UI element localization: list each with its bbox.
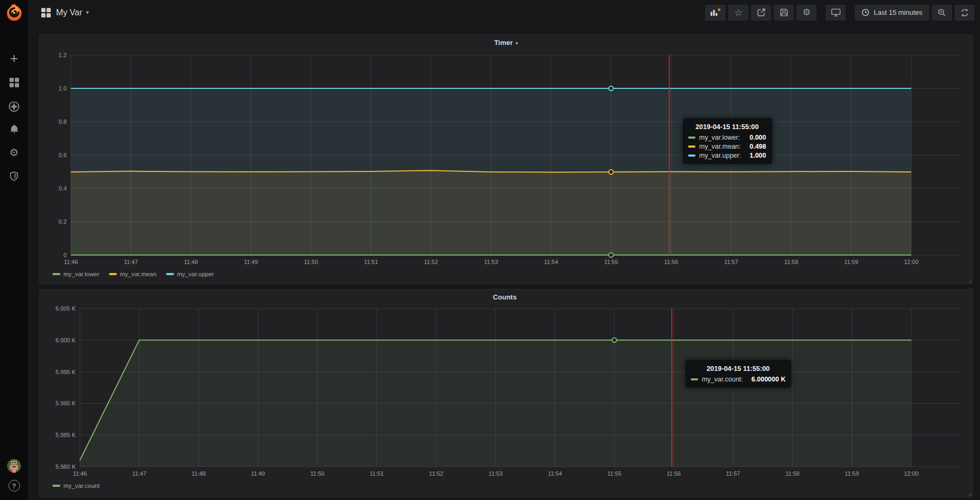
tooltip-timestamp: 2019-04-15 11:55:00 [691,365,785,372]
dashboards-icon[interactable] [0,73,28,92]
refresh-button[interactable] [955,5,975,21]
y-axis-label: 5.985 K [56,432,76,438]
x-axis-label: 12:00 [904,470,919,477]
add-icon[interactable]: + [0,49,28,68]
y-axis-label: 0.4 [59,185,67,192]
help-icon[interactable]: ? [0,476,28,495]
explore-compass-icon[interactable] [0,97,28,116]
x-axis-label: 11:57 [726,470,740,477]
x-axis-label: 11:52 [424,259,438,265]
legend-color-dash [109,273,117,275]
save-button[interactable] [774,5,794,21]
legend-color-dash [52,273,60,275]
panel-counts: Counts 6.005 K6.000 K5.995 K5.990 K5.985… [39,289,973,497]
star-icon: ☆ [734,8,743,17]
zoom-out-button[interactable] [932,5,952,21]
x-axis-label: 11:58 [785,470,800,477]
hover-point-my_var.mean [609,170,613,175]
user-avatar[interactable] [0,456,28,475]
tooltip-row: my_var.count:6.000000 K [691,376,785,383]
y-axis-label: 5.990 K [56,400,76,406]
alerting-bell-icon[interactable] [0,120,28,139]
x-axis-label: 11:59 [844,259,858,265]
time-range-picker[interactable]: Last 15 minutes [855,5,929,21]
x-axis-label: 11:47 [124,259,138,265]
x-axis-label: 11:56 [664,259,679,265]
x-axis-label: 11:58 [784,259,799,265]
chart-svg: 6.005 K6.000 K5.995 K5.990 K5.985 K5.980… [40,289,974,498]
x-axis-label: 11:56 [667,470,681,477]
x-axis-label: 11:46 [64,259,78,265]
hover-point-my_var.lower [609,253,613,258]
grafana-dashboard: + ⚙ [0,0,980,500]
y-axis-label: 6.005 K [56,305,76,312]
x-axis-label: 11:52 [429,470,443,477]
legend-item[interactable]: my_var.upper [166,271,214,277]
x-axis-label: 11:57 [724,259,738,265]
x-axis-label: 11:55 [607,470,621,477]
x-axis-label: 11:54 [548,470,562,477]
share-button[interactable] [751,5,771,21]
legend-item[interactable]: my_var.lower [52,271,99,277]
legend-label: my_var.mean [120,271,157,277]
tooltip-series-label: my_var.mean: [699,143,741,150]
legend-label: my_var.upper [177,271,214,277]
tooltip-series-value: 0.498 [741,143,766,150]
navbar: My Var ▾ ☆ [28,0,980,25]
timer-chart-area[interactable]: 1.21.00.80.60.40.2011:4611:4711:4811:491… [40,35,973,284]
tooltip-series-value: 6.000000 K [743,376,786,383]
tooltip-row: my_var.upper:1.000 [688,152,766,159]
refresh-icon [960,8,969,17]
avatar-icon [7,459,21,473]
y-axis-label: 5.980 K [56,463,76,470]
tooltip-series-value: 1.000 [741,152,766,159]
add-panel-button[interactable] [705,5,726,21]
legend-color-dash [166,273,174,275]
flame-icon [5,3,24,22]
timer-legend: my_var.lowermy_var.meanmy_var.upper [52,271,214,277]
y-axis-label: 0.2 [59,219,67,225]
y-axis-label: 1.0 [59,85,67,92]
counts-chart-area[interactable]: 6.005 K6.000 K5.995 K5.990 K5.985 K5.980… [40,289,973,497]
x-axis-label: 11:49 [244,259,258,265]
y-axis-label: 0.6 [59,152,67,158]
panel-counts-title[interactable]: Counts [40,293,973,301]
y-axis-label: 5.995 K [56,369,76,375]
y-axis-label: 0 [63,252,67,258]
x-axis-label: 11:53 [489,470,503,477]
tooltip-series-dash [691,378,698,380]
x-axis-label: 11:47 [132,470,146,477]
dashboard-title-dropdown[interactable]: My Var ▾ [56,8,89,17]
time-range-label: Last 15 minutes [874,8,922,16]
save-icon [780,8,789,17]
grafana-logo-icon[interactable] [0,0,28,25]
star-button[interactable]: ☆ [728,5,748,21]
share-icon [757,8,766,17]
dashboard-grid-icon[interactable] [41,8,51,17]
hover-point-my_var.count [612,338,617,343]
configuration-gear-icon[interactable]: ⚙ [0,143,28,162]
panel-timer-title[interactable]: Timer▾ [40,39,973,47]
dashboard-settings-button[interactable]: ⚙ [796,5,817,21]
panel-resize-handle[interactable] [967,491,972,496]
server-admin-shield-icon[interactable] [0,167,28,186]
chevron-down-icon: ▾ [86,9,89,16]
tv-mode-icon [831,8,841,17]
panel-resize-handle[interactable] [967,278,972,283]
tooltip-series-value: 0.000 [741,134,766,141]
gear-icon: ⚙ [803,8,811,17]
legend-item[interactable]: my_var.count [52,483,99,489]
tooltip-series-dash [688,137,695,139]
x-axis-label: 11:48 [184,259,198,265]
tooltip-series-label: my_var.count: [702,376,743,383]
x-axis-label: 11:51 [370,470,384,477]
cycle-view-button[interactable] [826,5,846,21]
legend-item[interactable]: my_var.mean [109,271,157,277]
x-axis-label: 11:50 [310,470,325,477]
hover-point-my_var.upper [609,86,613,91]
legend-label: my_var.lower [63,271,99,277]
counts-legend: my_var.count [52,483,99,489]
x-axis-label: 11:54 [544,259,558,265]
tooltip-series-dash [688,154,695,157]
tooltip-series-label: my_var.lower: [699,134,740,141]
